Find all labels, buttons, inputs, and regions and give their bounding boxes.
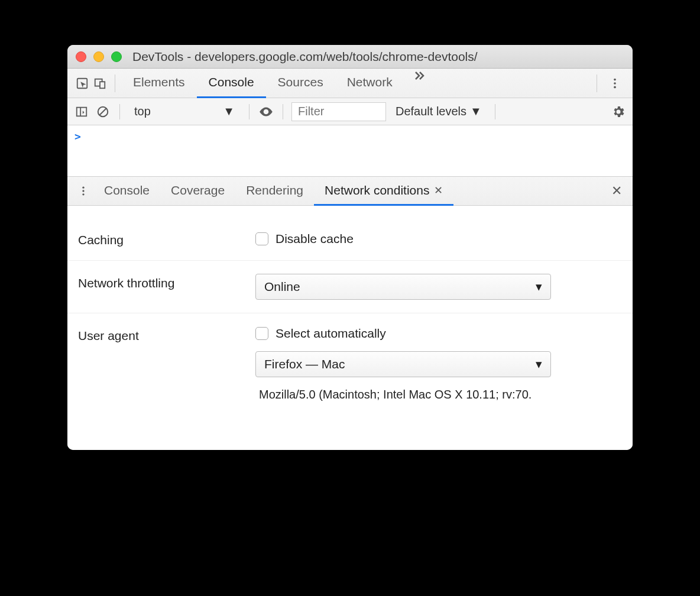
drawer-tab-rendering[interactable]: Rendering bbox=[235, 176, 314, 206]
svg-point-11 bbox=[82, 190, 84, 192]
separator bbox=[283, 104, 283, 119]
console-sidebar-toggle-icon[interactable] bbox=[73, 103, 90, 120]
close-drawer-icon[interactable]: ✕ bbox=[607, 183, 627, 199]
throttling-label: Network throttling bbox=[78, 274, 255, 290]
caching-row: Caching Disable cache bbox=[67, 218, 633, 261]
drawer-tab-console[interactable]: Console bbox=[93, 176, 160, 206]
console-prompt: > bbox=[74, 130, 81, 142]
traffic-lights bbox=[76, 51, 122, 62]
tab-elements[interactable]: Elements bbox=[121, 69, 197, 98]
svg-line-9 bbox=[100, 108, 106, 115]
chevron-down-icon: ▾ bbox=[536, 280, 542, 294]
main-toolbar: Elements Console Sources Network bbox=[67, 69, 633, 98]
drawer-menu-icon[interactable] bbox=[73, 185, 93, 197]
chevron-down-icon: ▾ bbox=[536, 357, 542, 371]
separator bbox=[495, 104, 495, 119]
svg-point-3 bbox=[614, 78, 616, 80]
svg-point-5 bbox=[614, 86, 616, 88]
separator bbox=[249, 104, 249, 119]
console-settings-icon[interactable] bbox=[610, 103, 627, 120]
throttling-row: Network throttling Online ▾ bbox=[67, 261, 633, 313]
user-agent-row: User agent Select automatically Firefox … bbox=[67, 313, 633, 414]
levels-label: Default levels bbox=[396, 105, 466, 118]
devtools-window: DevTools - developers.google.com/web/too… bbox=[67, 45, 633, 450]
context-select[interactable]: top ▼ bbox=[128, 103, 241, 121]
disable-cache-checkbox-line[interactable]: Disable cache bbox=[255, 232, 354, 246]
separator bbox=[115, 74, 115, 92]
clear-console-icon[interactable] bbox=[95, 103, 111, 120]
separator bbox=[597, 74, 597, 92]
svg-point-4 bbox=[614, 82, 616, 85]
live-expression-icon[interactable] bbox=[258, 103, 274, 120]
close-tab-icon[interactable]: ✕ bbox=[434, 184, 443, 197]
chevron-down-icon: ▼ bbox=[223, 105, 235, 118]
drawer-tab-network-conditions[interactable]: Network conditions ✕ bbox=[314, 176, 453, 206]
ua-preset-value: Firefox — Mac bbox=[264, 357, 345, 371]
console-toolbar: top ▼ Default levels ▼ bbox=[67, 98, 633, 125]
tab-network[interactable]: Network bbox=[335, 69, 404, 98]
svg-rect-6 bbox=[77, 107, 87, 116]
device-toggle-icon[interactable] bbox=[91, 69, 109, 98]
throttling-select[interactable]: Online ▾ bbox=[255, 274, 551, 300]
zoom-window-button[interactable] bbox=[111, 51, 122, 62]
ua-auto-label: Select automatically bbox=[276, 326, 386, 341]
drawer-tab-label: Network conditions bbox=[325, 183, 429, 197]
filter-input[interactable] bbox=[291, 102, 386, 121]
context-value: top bbox=[134, 105, 151, 118]
titlebar: DevTools - developers.google.com/web/too… bbox=[67, 45, 633, 69]
separator bbox=[119, 104, 120, 119]
ua-auto-checkbox-line[interactable]: Select automatically bbox=[255, 326, 386, 341]
tab-sources[interactable]: Sources bbox=[266, 69, 335, 98]
minimize-window-button[interactable] bbox=[93, 51, 104, 62]
close-window-button[interactable] bbox=[76, 51, 86, 62]
drawer-tab-coverage[interactable]: Coverage bbox=[160, 176, 235, 206]
svg-rect-2 bbox=[100, 82, 105, 88]
svg-point-12 bbox=[82, 193, 84, 195]
window-title: DevTools - developers.google.com/web/too… bbox=[132, 50, 478, 64]
ua-preset-select[interactable]: Firefox — Mac ▾ bbox=[255, 351, 551, 377]
svg-point-10 bbox=[82, 187, 84, 189]
ua-auto-checkbox[interactable] bbox=[255, 327, 268, 340]
more-tabs-icon[interactable] bbox=[404, 69, 433, 98]
ua-string: Mozilla/5.0 (Macintosh; Intel Mac OS X 1… bbox=[255, 388, 532, 401]
inspect-icon[interactable] bbox=[73, 69, 91, 98]
disable-cache-label: Disable cache bbox=[276, 232, 354, 246]
drawer-tabs: Console Coverage Rendering Network condi… bbox=[67, 176, 633, 206]
console-body[interactable]: > bbox=[67, 125, 633, 176]
throttling-value: Online bbox=[264, 280, 300, 294]
chevron-down-icon: ▼ bbox=[470, 105, 482, 118]
main-tabs: Elements Console Sources Network bbox=[121, 69, 591, 98]
log-levels-select[interactable]: Default levels ▼ bbox=[391, 105, 487, 118]
user-agent-label: User agent bbox=[78, 326, 255, 343]
settings-menu-icon[interactable] bbox=[603, 77, 627, 90]
tab-console[interactable]: Console bbox=[197, 69, 266, 98]
caching-label: Caching bbox=[78, 231, 255, 247]
network-conditions-panel: Caching Disable cache Network throttling… bbox=[67, 206, 633, 450]
disable-cache-checkbox[interactable] bbox=[255, 232, 268, 245]
